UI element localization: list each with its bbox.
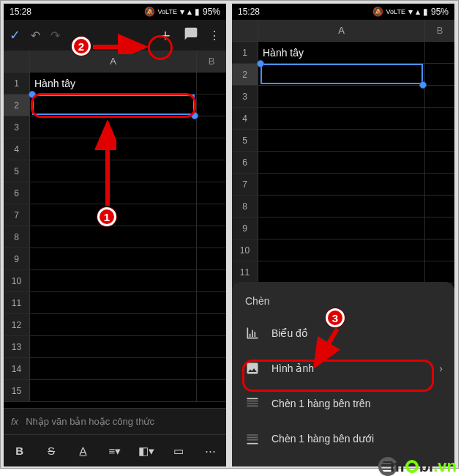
cell-B[interactable] [197,380,226,401]
row-number[interactable]: 15 [4,380,30,401]
cell-A[interactable] [30,336,197,357]
row-number[interactable]: 9 [4,248,30,269]
table-row[interactable]: 10 [232,239,454,261]
row-number[interactable]: 4 [232,108,258,129]
table-row[interactable]: 7 [232,174,454,196]
cell-A[interactable] [30,292,197,313]
table-row[interactable]: 10 [4,270,226,292]
cell-B[interactable] [197,226,226,248]
fill-color-button[interactable]: ◧▾ [136,445,157,458]
cell-A[interactable] [30,270,197,291]
confirm-button[interactable]: ✓ [10,27,20,43]
table-row[interactable]: 11 [232,261,454,283]
row-number[interactable]: 5 [4,160,30,182]
cell-B[interactable] [425,108,454,129]
bold-button[interactable]: B [10,445,30,457]
cell-A[interactable] [258,196,425,217]
row-number[interactable]: 9 [232,217,258,239]
row-number[interactable]: 4 [4,138,30,160]
table-row[interactable]: 15 [4,380,226,402]
cell-B[interactable] [425,174,454,195]
undo-button[interactable]: ↶ [31,29,40,42]
redo-button[interactable]: ↷ [50,29,60,42]
cell-A[interactable]: Hành tây [30,72,197,94]
table-row[interactable]: 11 [4,292,226,314]
row-number[interactable]: 7 [4,204,30,226]
table-row[interactable]: 8 [4,226,226,248]
row-number[interactable]: 6 [4,182,30,204]
col-B[interactable]: B [425,20,454,41]
cell-B[interactable] [197,72,226,94]
cell-B[interactable] [425,217,454,239]
merge-button[interactable]: ▭ [168,445,189,458]
cell-B[interactable] [197,182,226,204]
col-B[interactable]: B [197,51,226,72]
cell-B[interactable] [425,261,454,283]
table-row[interactable]: 4 [232,108,454,130]
cell-B[interactable] [197,116,226,138]
cell-B[interactable] [197,248,226,269]
cell-B[interactable] [425,130,454,151]
cell-B[interactable] [425,42,454,63]
text-color-button[interactable]: A [73,445,94,457]
row-number[interactable]: 1 [4,72,30,94]
cell-B[interactable] [197,358,226,379]
cell-A[interactable] [258,108,425,129]
cell-A[interactable] [258,217,425,239]
cell-B[interactable] [197,204,226,226]
cell-B[interactable] [425,239,454,261]
row-number[interactable]: 2 [232,64,258,85]
menu-item-row-below[interactable]: Chèn 1 hàng bên dưới [232,421,454,456]
cell-A[interactable] [30,226,197,248]
row-number[interactable]: 1 [232,42,258,63]
table-row[interactable]: 6 [232,152,454,174]
row-number[interactable]: 14 [4,358,30,379]
cell-B[interactable] [197,138,226,160]
cell-B[interactable] [425,196,454,217]
row-number[interactable]: 8 [232,196,258,217]
cell-A[interactable] [258,261,425,283]
cell-A[interactable] [30,380,197,401]
selection-handle-tl[interactable] [257,60,264,67]
more-format-button[interactable]: ⋯ [200,445,220,458]
align-button[interactable]: ≡▾ [105,445,125,458]
cell-B[interactable] [197,270,226,291]
row-number[interactable]: 2 [4,94,30,116]
overflow-button[interactable]: ⋮ [209,29,220,42]
table-row[interactable]: 1Hành tây [232,42,454,64]
row-number[interactable]: 12 [4,314,30,335]
cell-B[interactable] [425,64,454,85]
col-A[interactable]: A [258,20,425,41]
table-row[interactable]: 3 [232,86,454,108]
table-row[interactable]: 9 [4,248,226,270]
row-number[interactable]: 11 [232,261,258,283]
cell-A[interactable]: Hành tây [258,42,425,63]
table-row[interactable]: 1Hành tây [4,72,226,94]
formula-bar[interactable]: fx Nhập văn bản hoặc công thức [4,408,226,434]
cell-B[interactable] [197,314,226,335]
cell-A[interactable] [258,152,425,173]
table-row[interactable]: 8 [232,196,454,217]
row-number[interactable]: 11 [4,292,30,313]
cell-B[interactable] [197,336,226,357]
row-number[interactable]: 8 [4,226,30,248]
cell-A[interactable] [30,358,197,379]
row-number[interactable]: 3 [232,86,258,107]
cell-A[interactable] [258,64,425,85]
strike-button[interactable]: S [41,445,61,457]
cell-A[interactable] [258,174,425,195]
table-row[interactable]: 12 [4,314,226,336]
cell-A[interactable] [258,86,425,107]
table-row[interactable]: 13 [4,336,226,358]
comment-button[interactable] [184,26,198,44]
cell-A[interactable] [30,248,197,269]
row-number[interactable]: 13 [4,336,30,357]
table-row[interactable]: 5 [232,130,454,152]
table-row[interactable]: 9 [232,217,454,239]
row-number[interactable]: 3 [4,116,30,138]
cell-A[interactable] [30,314,197,335]
cell-B[interactable] [425,152,454,173]
table-row[interactable]: 14 [4,358,226,380]
cell-B[interactable] [197,292,226,313]
cell-B[interactable] [197,160,226,182]
